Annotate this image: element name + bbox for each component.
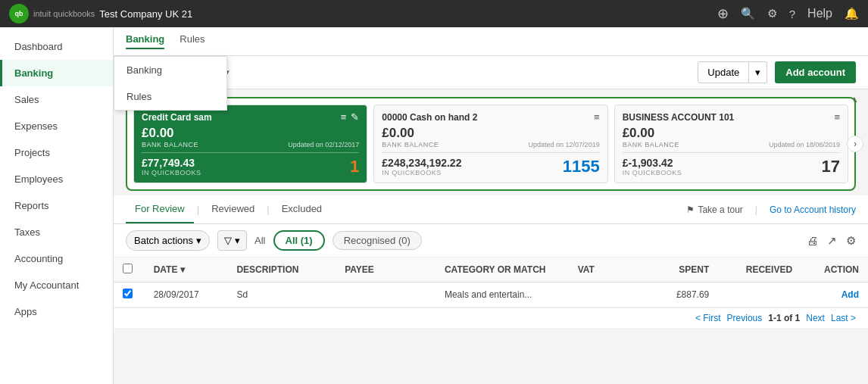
card-updated: Updated on 18/06/2019 — [769, 141, 840, 148]
topnav-icons: ⊕ 🔍 ⚙ ? Help 🔔 — [717, 5, 859, 22]
card-top: 00000 Cash on hand 2 ≡ — [382, 111, 599, 123]
batch-actions-button[interactable]: Batch actions ▾ — [126, 230, 210, 251]
list-icon[interactable]: ≡ — [341, 111, 347, 123]
first-page[interactable]: < First — [695, 313, 721, 323]
card-qb-info: £77,749.43 IN QUICKBOOKS — [142, 157, 201, 176]
sidebar: Dashboard Banking Sales Expenses Project… — [0, 27, 114, 384]
account-header-actions: Update ▾ Add account — [698, 61, 856, 83]
add-link[interactable]: Add — [841, 289, 859, 300]
select-all-checkbox[interactable] — [123, 264, 133, 273]
card-name: 00000 Cash on hand 2 — [382, 112, 477, 123]
filter-arrow: ▾ — [235, 235, 240, 246]
settings-icon[interactable]: ⚙ — [846, 234, 856, 248]
table-row: 28/09/2017 Sd Meals and entertain... £88… — [114, 283, 868, 308]
row-category: Meals and entertain... — [436, 283, 569, 308]
tab-reviewed[interactable]: Reviewed — [202, 195, 264, 223]
plus-icon[interactable]: ⊕ — [717, 5, 729, 22]
update-dropdown-button[interactable]: ▾ — [749, 61, 767, 83]
next-page[interactable]: Next — [806, 313, 825, 323]
batch-label: Batch actions — [134, 235, 193, 246]
go-to-account-history[interactable]: Go to Account history — [770, 204, 856, 215]
cards-container: Credit Card sam ≡ ✎ £0.00 BANK BALANCE U… — [126, 97, 856, 191]
row-vat — [569, 283, 635, 308]
sidebar-item-apps[interactable]: Apps — [0, 298, 113, 325]
card-icons: ≡ — [834, 111, 840, 123]
tab-recognised-button[interactable]: Recognised (0) — [333, 231, 422, 250]
sidebar-item-sales[interactable]: Sales — [0, 86, 113, 113]
row-spent: £887.69 — [635, 283, 718, 308]
card-divider — [623, 152, 840, 153]
row-payee — [336, 283, 436, 308]
sidebar-item-banking[interactable]: Banking — [0, 60, 113, 86]
sidebar-item-expenses[interactable]: Expenses — [0, 113, 113, 139]
logo-area: qb intuit quickbooks Test Company UK 21 — [9, 4, 192, 23]
help-label[interactable]: Help — [807, 7, 832, 20]
filter-button[interactable]: ▽ ▾ — [217, 230, 247, 251]
search-icon[interactable]: 🔍 — [741, 7, 755, 20]
help-icon[interactable]: ? — [789, 8, 795, 20]
batch-arrow-icon: ▾ — [196, 235, 201, 246]
card-name: Credit Card sam — [142, 112, 212, 123]
sidebar-item-my-accountant[interactable]: My Accountant — [0, 272, 113, 298]
card-qb-label: IN QUICKBOOKS — [142, 169, 201, 176]
sidebar-item-taxes[interactable]: Taxes — [0, 219, 113, 245]
card-business-account[interactable]: BUSINESS ACCOUNT 101 ≡ £0.00 BANK BALANC… — [614, 105, 848, 183]
sidebar-item-accounting[interactable]: Accounting — [0, 245, 113, 272]
dropdown-item-rules[interactable]: Rules — [114, 83, 226, 110]
card-bank-balance: £0.00 — [623, 126, 840, 141]
tab-excluded[interactable]: Excluded — [273, 195, 331, 223]
print-icon[interactable]: 🖨 — [807, 234, 818, 247]
card-icons: ≡ — [594, 111, 600, 123]
card-qb-amount: £-1,903.42 — [623, 157, 682, 169]
edit-icon[interactable]: ✎ — [351, 111, 359, 123]
card-qb-row: £-1,903.42 IN QUICKBOOKS 17 — [623, 157, 840, 176]
row-received — [718, 283, 801, 308]
pagination-bar: < First Previous 1-1 of 1 Next Last > — [114, 308, 868, 328]
card-updated: Updated on 02/12/2017 — [288, 141, 359, 148]
gear-icon[interactable]: ⚙ — [767, 7, 777, 20]
tab-banking[interactable]: Banking — [126, 33, 164, 49]
row-action[interactable]: Add — [801, 283, 868, 308]
quickbooks-logo: qb — [9, 4, 29, 23]
company-name: Test Company UK 21 — [99, 8, 192, 20]
col-header-vat: VAT — [569, 258, 635, 283]
review-right: ⚑ Take a tour | Go to Account history — [686, 204, 856, 215]
card-bank-balance: £0.00 — [382, 126, 599, 141]
update-button[interactable]: Update — [698, 61, 749, 83]
card-qb-amount: £77,749.43 — [142, 157, 201, 169]
take-tour[interactable]: ⚑ Take a tour — [686, 204, 742, 215]
last-page[interactable]: Last > — [831, 313, 856, 323]
sidebar-item-projects[interactable]: Projects — [0, 139, 113, 166]
card-balance-label: BANK BALANCE — [382, 141, 439, 148]
current-page: 1-1 of 1 — [768, 313, 800, 323]
tab-for-review[interactable]: For Review — [126, 195, 194, 223]
card-cash-on-hand[interactable]: 00000 Cash on hand 2 ≡ £0.00 BANK BALANC… — [373, 105, 607, 183]
sidebar-item-employees[interactable]: Employees — [0, 166, 113, 192]
sidebar-item-reports[interactable]: Reports — [0, 192, 113, 219]
row-checkbox-cell — [114, 283, 145, 308]
card-qb-info: £248,234,192.22 IN QUICKBOOKS — [382, 157, 461, 176]
list-icon[interactable]: ≡ — [594, 111, 600, 123]
col-header-date[interactable]: DATE ▾ — [145, 258, 228, 283]
cards-next-arrow[interactable]: › — [847, 136, 863, 152]
flag-icon: ⚑ — [686, 204, 695, 215]
prev-page[interactable]: Previous — [727, 313, 763, 323]
card-balance-label: BANK BALANCE — [142, 141, 198, 148]
add-account-button[interactable]: Add account — [775, 61, 856, 83]
card-credit-card[interactable]: Credit Card sam ≡ ✎ £0.00 BANK BALANCE U… — [133, 105, 367, 183]
card-divider — [142, 152, 359, 153]
sidebar-item-dashboard[interactable]: Dashboard — [0, 33, 113, 60]
row-checkbox[interactable] — [123, 289, 133, 298]
export-icon[interactable]: ↗ — [827, 234, 837, 248]
col-header-received: RECEIVED — [718, 258, 801, 283]
tab-all-button[interactable]: All (1) — [273, 230, 325, 251]
bell-icon[interactable]: 🔔 — [845, 7, 859, 20]
card-qb-row: £77,749.43 IN QUICKBOOKS 1 — [142, 157, 359, 176]
dropdown-item-banking[interactable]: Banking — [114, 57, 226, 83]
list-icon[interactable]: ≡ — [834, 111, 840, 123]
card-qb-row: £248,234,192.22 IN QUICKBOOKS 1155 — [382, 157, 599, 176]
col-header-description: DESCRIPTION — [227, 258, 336, 283]
tab-rules[interactable]: Rules — [180, 33, 205, 49]
subtabs-bar: Banking Rules Banking Rules — [114, 27, 868, 56]
card-qb-amount: £248,234,192.22 — [382, 157, 461, 169]
